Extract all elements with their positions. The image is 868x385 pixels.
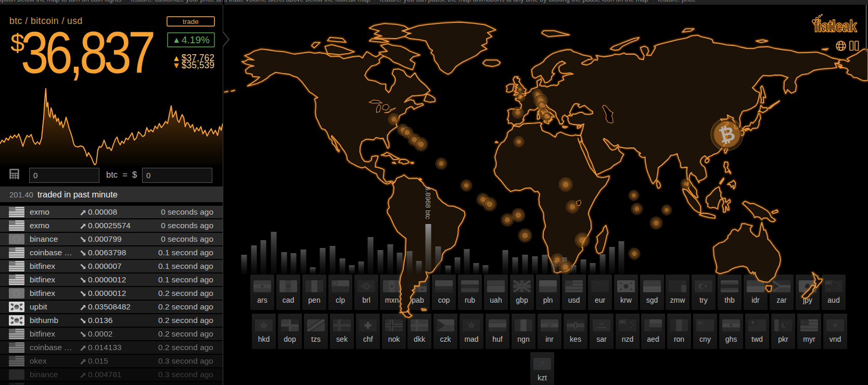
svg-text:6.8968 btc: 6.8968 btc xyxy=(424,187,432,219)
